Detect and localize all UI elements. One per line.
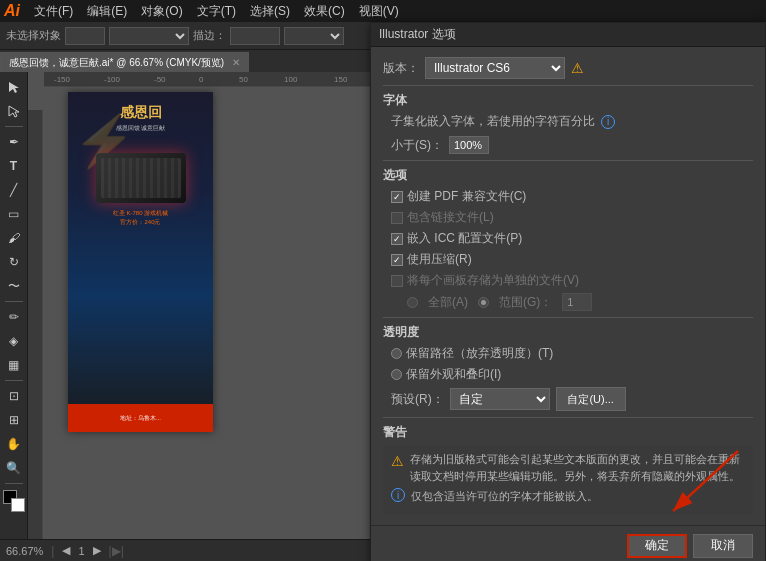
type-tool[interactable]: T [3, 155, 25, 177]
range-input[interactable] [562, 293, 592, 311]
menu-edit[interactable]: 编辑(E) [81, 1, 133, 22]
menu-effect[interactable]: 效果(C) [298, 1, 351, 22]
tab-title: 感恩回馈，诚意巨献.ai* @ 66.67% (CMYK/预览) [9, 56, 224, 70]
line-tool[interactable]: ╱ [3, 179, 25, 201]
ok-button[interactable]: 确定 [627, 534, 687, 558]
svg-text:-150: -150 [54, 75, 71, 84]
dialog-title-bar[interactable]: Illustrator 选项 [371, 23, 765, 47]
font-percent-row: 小于(S)： [391, 136, 753, 154]
cancel-button[interactable]: 取消 [693, 534, 753, 558]
zoom-tool[interactable]: 🔍 [3, 457, 25, 479]
warn1-icon: ⚠ [391, 451, 404, 484]
menu-text[interactable]: 文字(T) [191, 1, 242, 22]
divider-3 [383, 317, 753, 318]
opt5-row: 将每个画板存储为单独的文件(V) [391, 272, 753, 289]
svg-text:-100: -100 [104, 75, 121, 84]
doc-bottom-label: 地址：乌鲁木... [120, 414, 161, 423]
svg-text:50: 50 [239, 75, 248, 84]
slice-tool[interactable]: ⊞ [3, 409, 25, 431]
warning-section-title: 警告 [383, 424, 753, 441]
version-select[interactable]: Illustrator CS6 [425, 57, 565, 79]
pen-tool[interactable]: ✒ [3, 131, 25, 153]
svg-text:100: 100 [284, 75, 298, 84]
menu-bar: Ai 文件(F) 编辑(E) 对象(O) 文字(T) 选择(S) 效果(C) 视… [0, 0, 766, 22]
zoom-level: 66.67% [6, 545, 43, 557]
custom-button[interactable]: 自定(U)... [556, 387, 626, 411]
tool-separator-3 [5, 380, 23, 381]
options-section-title: 选项 [383, 167, 753, 184]
warn1-text: 存储为旧版格式可能会引起某些文本版面的更改，并且可能会在重新读取文档时停用某些编… [410, 451, 745, 484]
font-percent-input[interactable] [449, 136, 489, 154]
document-page: ⚡ 感恩回 感恩回馈 诚意巨献 红圣 K-780 游戏机械官方价：240元 地址… [68, 92, 213, 432]
eyedropper-tool[interactable]: ✏ [3, 306, 25, 328]
trans1-radio[interactable] [391, 348, 402, 359]
opt4-label: 使用压缩(R) [407, 251, 472, 268]
doc-keyboard-image [96, 153, 186, 203]
font-section-title: 字体 [383, 92, 753, 109]
stroke-style-select[interactable] [284, 27, 344, 45]
stroke-label: 描边： [193, 28, 226, 43]
opt1-checkbox[interactable] [391, 191, 403, 203]
artboard-tool[interactable]: ⊡ [3, 385, 25, 407]
color-swatches[interactable] [3, 490, 25, 512]
illustrator-options-dialog: Illustrator 选项 版本： Illustrator CS6 ⚠ 字体 … [370, 22, 766, 561]
divider-1 [383, 85, 753, 86]
font-less-label: 小于(S)： [391, 137, 443, 154]
font-desc-row: 子集化嵌入字体，若使用的字符百分比 i [391, 113, 753, 130]
document-tab[interactable]: 感恩回馈，诚意巨献.ai* @ 66.67% (CMYK/预览) ✕ [0, 52, 249, 72]
warn2-text: 仅包含适当许可位的字体才能被嵌入。 [411, 488, 598, 505]
no-selection-label: 未选择对象 [6, 28, 61, 43]
document-content: ⚡ 感恩回 感恩回馈 诚意巨献 红圣 K-780 游戏机械官方价：240元 地址… [68, 92, 213, 432]
opt2-checkbox[interactable] [391, 212, 403, 224]
bar-chart-tool[interactable]: ▦ [3, 354, 25, 376]
options-section-body: 创建 PDF 兼容文件(C) 包含链接文件(L) 嵌入 ICC 配置文件(P) … [383, 188, 753, 311]
direct-selection-tool[interactable] [3, 100, 25, 122]
opt3-checkbox[interactable] [391, 233, 403, 245]
menu-select[interactable]: 选择(S) [244, 1, 296, 22]
menu-file[interactable]: 文件(F) [28, 1, 79, 22]
selection-tool[interactable] [3, 76, 25, 98]
stroke-select[interactable] [109, 27, 189, 45]
tab-close-icon[interactable]: ✕ [232, 57, 240, 68]
opt1-row: 创建 PDF 兼容文件(C) [391, 188, 753, 205]
tool-separator-2 [5, 301, 23, 302]
radio-group: 全部(A) 范围(G)： [391, 293, 753, 311]
doc-main-title: 感恩回 [120, 104, 162, 122]
trans2-radio[interactable] [391, 369, 402, 380]
transparency-section-title: 透明度 [383, 324, 753, 341]
menu-object[interactable]: 对象(O) [135, 1, 188, 22]
dialog-buttons-row: 确定 取消 [371, 525, 765, 562]
rect-tool[interactable]: ▭ [3, 203, 25, 225]
warp-tool[interactable]: 〜 [3, 275, 25, 297]
version-row: 版本： Illustrator CS6 ⚠ [383, 57, 753, 79]
opt5-label: 将每个画板存储为单独的文件(V) [407, 272, 579, 289]
opt1-label: 创建 PDF 兼容文件(C) [407, 188, 526, 205]
trans2-label: 保留外观和叠印(I) [406, 366, 501, 383]
dialog-body: 版本： Illustrator CS6 ⚠ 字体 子集化嵌入字体，若使用的字符百… [371, 47, 765, 525]
doc-slogan: 感恩回馈 诚意巨献 [116, 124, 166, 133]
opt4-checkbox[interactable] [391, 254, 403, 266]
radio-all[interactable] [407, 297, 418, 308]
brush-tool[interactable]: 🖌 [3, 227, 25, 249]
trans1-label: 保留路径（放弃透明度）(T) [406, 345, 553, 362]
warning-row-2: i 仅包含适当许可位的字体才能被嵌入。 [391, 488, 745, 505]
svg-text:150: 150 [334, 75, 348, 84]
svg-text:-50: -50 [154, 75, 166, 84]
version-label: 版本： [383, 60, 419, 77]
divider-2 [383, 160, 753, 161]
opt5-checkbox[interactable] [391, 275, 403, 287]
preset-label: 预设(R)： [391, 391, 444, 408]
tool-separator-4 [5, 483, 23, 484]
stroke-input[interactable] [65, 27, 105, 45]
stroke-value-input[interactable] [230, 27, 280, 45]
dialog-title-text: Illustrator 选项 [379, 26, 456, 43]
preset-select[interactable]: 自定 [450, 388, 550, 410]
hand-tool[interactable]: ✋ [3, 433, 25, 455]
menu-view[interactable]: 视图(V) [353, 1, 405, 22]
opt2-row: 包含链接文件(L) [391, 209, 753, 226]
blend-tool[interactable]: ◈ [3, 330, 25, 352]
rotate-tool[interactable]: ↻ [3, 251, 25, 273]
radio-range[interactable] [478, 297, 489, 308]
opt2-label: 包含链接文件(L) [407, 209, 494, 226]
font-info-icon: i [601, 115, 615, 129]
